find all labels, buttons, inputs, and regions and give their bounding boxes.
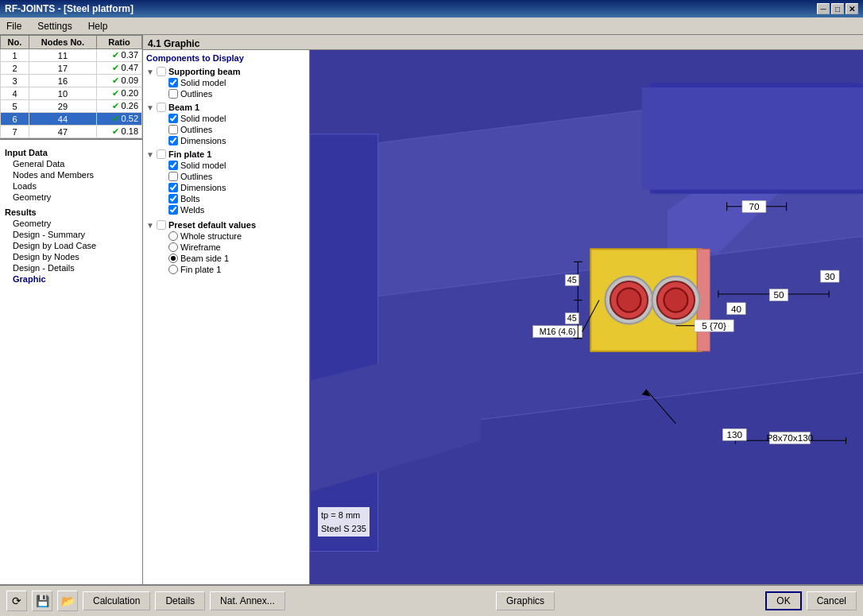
fp1-welds-checkbox[interactable] [168, 205, 178, 215]
preset-wireframe-radio[interactable] [168, 242, 178, 252]
fp1-bolts-checkbox[interactable] [168, 194, 178, 203]
preset-wireframe-label: Wireframe [180, 242, 221, 252]
fp1-welds-label: Welds [180, 205, 204, 215]
nav-design-load-case[interactable]: Design by Load Case [3, 240, 139, 251]
nat-annex-button[interactable]: Nat. Annex... [210, 591, 285, 610]
menu-settings[interactable]: Settings [34, 19, 75, 33]
graphics-viewport: 70 30 50 40 M16 (4.6) [310, 50, 863, 584]
table-row[interactable]: 6 44 ✔ 0.52 [1, 113, 142, 126]
cell-ratio: ✔ 0.26 [96, 100, 141, 113]
cell-node: 44 [29, 113, 96, 126]
svg-text:40: 40 [731, 304, 742, 314]
main-layout: No. Nodes No. Ratio 1 11 ✔ 0.37 2 17 ✔ 0… [0, 35, 863, 584]
table-row[interactable]: 2 17 ✔ 0.47 [1, 62, 142, 75]
table-row[interactable]: 5 29 ✔ 0.26 [1, 100, 142, 113]
nav-design-details[interactable]: Design - Details [3, 262, 139, 273]
fp1-outlines-checkbox[interactable] [168, 172, 178, 181]
menu-help[interactable]: Help [85, 19, 111, 33]
cell-node: 10 [29, 87, 96, 100]
supporting-beam-checkbox[interactable] [157, 67, 166, 76]
close-button[interactable]: ✕ [846, 3, 858, 14]
bottom-bar: ⟳ 💾 📂 Calculation Details Nat. Annex... … [0, 584, 863, 616]
titlebar: RF-JOINTS - [Steel platform] ─ □ ✕ [0, 0, 863, 17]
expand-finplate-icon[interactable]: ▼ [146, 150, 154, 159]
cancel-button[interactable]: Cancel [807, 591, 857, 610]
minimize-button[interactable]: ─ [817, 3, 830, 14]
preset-whole-radio[interactable] [168, 231, 178, 241]
sb-solid-model: Solid model [146, 77, 306, 88]
info-line2: Steel S 235 [321, 522, 366, 536]
cell-node: 29 [29, 100, 96, 113]
bottom-icon-3[interactable]: 📂 [57, 591, 78, 611]
cell-ratio: ✔ 0.09 [96, 75, 141, 87]
b1-outlines: Outlines [146, 124, 306, 135]
nav-graphic[interactable]: Graphic [3, 273, 139, 285]
expand-preset-icon[interactable]: ▼ [146, 221, 154, 230]
col-header-nodes: Nodes No. [29, 36, 96, 49]
svg-text:M16 (4.6): M16 (4.6) [540, 327, 576, 336]
sb-outlines-checkbox[interactable] [168, 89, 178, 99]
details-button[interactable]: Details [155, 591, 205, 610]
titlebar-title: RF-JOINTS - [Steel platform] [5, 3, 134, 14]
fin-plate1-checkbox[interactable] [157, 149, 166, 159]
nav-loads[interactable]: Loads [3, 180, 139, 192]
sb-outlines-label: Outlines [180, 89, 212, 99]
preset-label: Preset default values [168, 220, 256, 230]
cell-node: 47 [29, 126, 96, 138]
expand-beam1-icon[interactable]: ▼ [146, 103, 154, 112]
bottom-icon-2[interactable]: 💾 [32, 591, 52, 611]
bottom-icon-1[interactable]: ⟳ [6, 591, 27, 611]
fp1-solid-model-checkbox[interactable] [168, 161, 178, 170]
titlebar-controls: ─ □ ✕ [817, 3, 858, 14]
fp1-outlines-label: Outlines [180, 172, 212, 181]
svg-marker-7 [642, 87, 863, 189]
nav-nodes-members[interactable]: Nodes and Members [3, 169, 139, 180]
tab-label: 4.1 Graphic [148, 38, 199, 49]
preset-whole: Whole structure [146, 231, 306, 242]
menubar: File Settings Help [0, 17, 863, 35]
table-row[interactable]: 7 47 ✔ 0.18 [1, 126, 142, 138]
fp1-bolts: Bolts [146, 193, 306, 204]
preset-checkbox[interactable] [157, 220, 166, 230]
scene-svg: 70 30 50 40 M16 (4.6) [310, 50, 863, 584]
table-row[interactable]: 4 10 ✔ 0.20 [1, 87, 142, 100]
menu-file[interactable]: File [3, 19, 25, 33]
preset-beam-side-radio[interactable] [168, 254, 178, 263]
expand-icon[interactable]: ▼ [146, 68, 154, 76]
cell-node: 16 [29, 75, 96, 87]
table-row[interactable]: 3 16 ✔ 0.09 [1, 75, 142, 87]
nav-design-summary[interactable]: Design - Summary [3, 229, 139, 240]
sb-solid-model-checkbox[interactable] [168, 78, 178, 87]
fin-plate1-header: ▼ Fin plate 1 [146, 149, 306, 160]
cell-ratio: ✔ 0.20 [96, 87, 141, 100]
b1-solid-model-checkbox[interactable] [168, 114, 178, 123]
nav-general-data[interactable]: General Data [3, 158, 139, 169]
b1-dimensions: Dimensions [146, 135, 306, 146]
beam1-checkbox[interactable] [157, 103, 166, 112]
svg-text:45: 45 [567, 275, 577, 285]
supporting-beam-header: ▼ Supporting beam [146, 66, 306, 77]
b1-dimensions-checkbox[interactable] [168, 136, 178, 145]
svg-text:5 {70}: 5 {70} [702, 320, 726, 331]
preset-header: ▼ Preset default values [146, 219, 306, 231]
svg-text:50: 50 [773, 289, 784, 300]
ok-button[interactable]: OK [765, 591, 801, 610]
components-panel: Components to Display ▼ Supporting beam … [143, 50, 310, 584]
col-header-ratio: Ratio [96, 36, 141, 49]
maximize-button[interactable]: □ [831, 3, 844, 14]
graphics-button[interactable]: Graphics [496, 591, 555, 610]
cell-node: 17 [29, 62, 96, 75]
fp1-dimensions-checkbox[interactable] [168, 183, 178, 192]
col-header-no: No. [1, 36, 29, 49]
fp1-solid-model: Solid model [146, 160, 306, 171]
nav-design-nodes[interactable]: Design by Nodes [3, 251, 139, 262]
cell-no: 5 [1, 100, 29, 113]
nav-geometry-input[interactable]: Geometry [3, 192, 139, 203]
table-row[interactable]: 1 11 ✔ 0.37 [1, 49, 142, 62]
b1-outlines-checkbox[interactable] [168, 125, 178, 134]
calculation-button[interactable]: Calculation [83, 591, 150, 610]
preset-fin-plate-radio[interactable] [168, 265, 178, 274]
nav-geometry-results[interactable]: Geometry [3, 218, 139, 229]
info-overlay: tp = 8 mm Steel S 235 [318, 507, 370, 537]
preset-fin-plate-label: Fin plate 1 [180, 265, 221, 274]
